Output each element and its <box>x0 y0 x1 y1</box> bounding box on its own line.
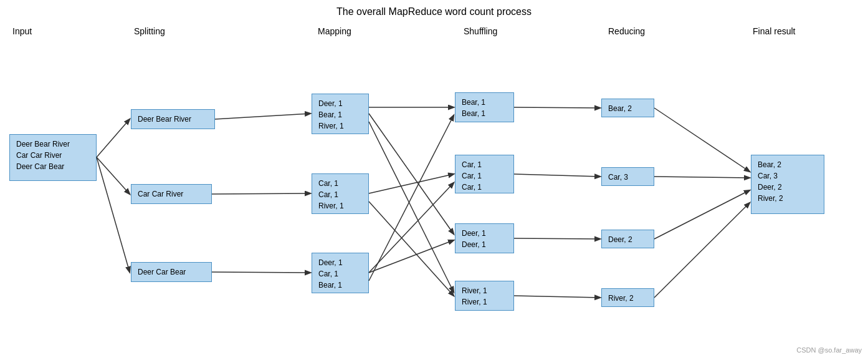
reduce-1: Bear, 2 <box>601 99 654 117</box>
stage-label-final: Final result <box>753 26 795 36</box>
svg-line-3 <box>215 114 310 119</box>
stage-label-mapping: Mapping <box>318 26 351 36</box>
map-3: Deer, 1Car, 1Bear, 1 <box>312 253 369 293</box>
svg-line-9 <box>369 114 454 234</box>
watermark: CSDN @so.far_away <box>796 346 862 354</box>
svg-line-5 <box>212 272 310 273</box>
arrows-svg <box>0 0 868 360</box>
shuffle-3: Deer, 1Deer, 1 <box>455 223 514 253</box>
split-1: Deer Bear River <box>131 109 215 129</box>
split-3: Deer Car Bear <box>131 262 212 282</box>
svg-line-4 <box>212 193 310 194</box>
svg-line-7 <box>369 174 454 193</box>
svg-line-2 <box>97 157 130 272</box>
svg-line-12 <box>369 122 454 292</box>
svg-line-13 <box>369 202 454 296</box>
svg-line-19 <box>654 177 750 178</box>
shuffle-1: Bear, 1Bear, 1 <box>455 92 514 122</box>
svg-line-17 <box>514 296 600 298</box>
reduce-4: River, 2 <box>601 288 654 307</box>
split-2: Car Car River <box>131 184 212 204</box>
diagram-title: The overall MapReduce word count process <box>0 0 868 17</box>
svg-line-14 <box>514 107 600 108</box>
stage-label-splitting: Splitting <box>134 26 165 36</box>
svg-line-0 <box>97 119 130 157</box>
map-1: Deer, 1Bear, 1River, 1 <box>312 94 369 134</box>
svg-line-1 <box>97 157 130 194</box>
final-box: Bear, 2Car, 3Deer, 2River, 2 <box>751 155 824 214</box>
svg-line-16 <box>514 238 600 239</box>
stage-label-shuffling: Shuffling <box>464 26 497 36</box>
diagram-container: The overall MapReduce word count process… <box>0 0 868 360</box>
map-2: Car, 1Car, 1River, 1 <box>312 173 369 214</box>
shuffle-2: Car, 1Car, 1Car, 1 <box>455 155 514 193</box>
stage-label-input: Input <box>12 26 32 36</box>
shuffle-4: River, 1River, 1 <box>455 281 514 311</box>
svg-line-18 <box>654 108 750 172</box>
svg-line-10 <box>369 240 454 273</box>
stage-label-reducing: Reducing <box>608 26 645 36</box>
reduce-3: Deer, 2 <box>601 230 654 248</box>
reduce-2: Car, 3 <box>601 167 654 186</box>
input-box: Deer Bear RiverCar Car RiverDeer Car Bea… <box>9 134 97 181</box>
svg-line-15 <box>514 174 600 177</box>
svg-line-8 <box>369 183 454 273</box>
svg-line-20 <box>654 190 750 239</box>
svg-line-11 <box>369 115 454 281</box>
svg-line-21 <box>654 203 750 298</box>
